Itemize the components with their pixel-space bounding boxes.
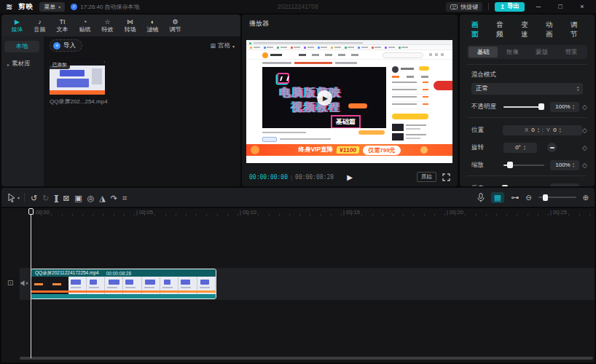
media-content: + 导入 ⊞ 宫格 ▾ 已添加 QQ录屏202...254.mp4 <box>44 36 240 186</box>
select-tool-icon[interactable] <box>7 193 16 202</box>
export-label: 导出 <box>507 2 519 11</box>
split-icon[interactable]: ][ <box>54 194 58 202</box>
media-tab-label: 贴纸 <box>79 26 91 33</box>
rotation-knob[interactable] <box>547 143 557 152</box>
opacity-slider[interactable] <box>503 106 544 108</box>
subtab-background[interactable]: 背景 <box>557 47 586 58</box>
keyframe-icon[interactable]: ◇ <box>582 103 587 111</box>
media-sidebar: 本地 ▸ 素材库 <box>1 36 44 186</box>
minimize-button[interactable]: ─ <box>530 3 546 10</box>
blend-mode-select[interactable]: 正常 ▴▾ <box>471 83 583 95</box>
video-title-line2: 视频教程 <box>291 100 341 114</box>
reverse-icon[interactable]: ◎ <box>87 194 95 202</box>
subtab-mask[interactable]: 蒙版 <box>528 47 557 58</box>
media-tab-label: 文本 <box>57 26 68 33</box>
cover-icon[interactable]: ⊡ <box>7 279 13 287</box>
menu-label: 菜单 <box>44 3 55 11</box>
media-tab-7[interactable]: ◐滤镜 <box>141 18 164 33</box>
ruler-tick <box>144 214 145 215</box>
media-tab-4[interactable]: ◔贴纸 <box>74 18 96 33</box>
horizontal-scrollbar[interactable] <box>20 357 593 360</box>
stepper-icon[interactable]: ▴▾ <box>573 104 574 109</box>
subtab-basic[interactable]: 基础 <box>468 47 498 58</box>
media-tab-5[interactable]: ☆特效 <box>96 18 119 33</box>
smooth-skin-value[interactable]: 0 ▴▾ <box>550 183 579 187</box>
buy-button <box>392 114 428 119</box>
tab-picture[interactable]: 画面 <box>471 20 484 39</box>
tab-audio[interactable]: 音频 <box>496 20 509 39</box>
quality-button[interactable]: 原始 <box>417 172 436 182</box>
zoom-in-icon[interactable]: ⊕ <box>583 194 589 202</box>
keyframe-icon[interactable]: ◇ <box>582 162 587 169</box>
rotate-icon[interactable]: ↷ <box>111 194 117 202</box>
media-tab-1[interactable]: ▶媒体 <box>6 18 28 33</box>
mirror-icon[interactable]: ◮ <box>99 194 105 202</box>
media-item-thumbnail[interactable]: 已添加 <box>50 61 105 95</box>
playhead[interactable] <box>31 208 31 358</box>
freeze-frame-icon[interactable]: ▣ <box>74 194 82 202</box>
video-preview[interactable]: 电脑版剪映 视频教程 基础篇 ▶ 终身VIP直降 <box>246 40 452 163</box>
playhead-handle[interactable] <box>28 208 34 215</box>
maximize-button[interactable]: □ <box>552 3 568 10</box>
ruler-tick <box>568 214 569 215</box>
ruler-tick <box>124 214 125 215</box>
zoom-out-icon[interactable]: ⊖ <box>525 194 531 202</box>
site-search <box>383 52 423 58</box>
media-tab-8[interactable]: ⚙调节 <box>164 18 187 33</box>
time-separator: | <box>291 174 292 181</box>
scale-value[interactable]: 100% ▴▾ <box>550 160 579 170</box>
ruler-tick <box>248 214 248 215</box>
undo-icon[interactable]: ↺ <box>31 194 37 202</box>
delete-icon[interactable]: ⊠ <box>63 194 69 202</box>
scale-slider[interactable] <box>503 165 544 166</box>
crop-icon[interactable]: ⌗ <box>122 194 127 202</box>
author-name <box>401 68 414 70</box>
mute-track-icon[interactable] <box>20 280 28 287</box>
lesson-row <box>392 102 428 109</box>
grid-view-label: 宫格 <box>218 41 230 50</box>
timeline-clip[interactable]: QQ录屏20211224172254.mp4 00:00:08:28 <box>31 269 216 299</box>
subtab-keying[interactable]: 抠像 <box>498 47 527 58</box>
blend-mode-value: 正常 <box>476 84 488 93</box>
media-tab-2[interactable]: ♪音频 <box>28 18 51 33</box>
media-tab-3[interactable]: TI文本 <box>51 18 74 33</box>
chevron-down-icon[interactable]: ▾ <box>17 195 20 200</box>
tab-animation[interactable]: 动画 <box>546 20 558 39</box>
grid-icon: ⊞ <box>210 42 216 50</box>
ruler-tick <box>517 214 517 215</box>
divider <box>24 193 25 202</box>
sidebar-item-local[interactable]: 本地 <box>4 41 39 52</box>
export-button[interactable]: ↥ 导出 <box>495 2 525 12</box>
menu-button[interactable]: 菜单 ▾ <box>39 2 65 12</box>
opacity-value[interactable]: 100% ▴▾ <box>550 102 579 112</box>
record-audio-icon[interactable] <box>477 193 485 202</box>
rotation-input[interactable]: 0° ▴▾ <box>503 143 537 153</box>
import-button[interactable]: + 导入 <box>50 39 82 52</box>
position-xy-input[interactable]: X 0 ▴▾ | Y 0 ▴▾ <box>503 125 582 135</box>
orange-pill <box>348 103 367 108</box>
keyframe-icon[interactable]: ◇ <box>582 127 587 134</box>
bookmark-item <box>399 47 409 49</box>
tab-adjust[interactable]: 调节 <box>570 20 583 39</box>
inspector-panel: 画面 音频 变速 动画 调节 基础 抠像 蒙版 背景 混合模式 正常 ▴▾ 不透… <box>460 15 595 186</box>
title-bar: ≋ 剪映 菜单 ▾ ✓ 17:26:40 自动保存本地 202112241708… <box>0 0 596 13</box>
grid-view-toggle[interactable]: ⊞ 宫格 ▾ <box>210 41 235 50</box>
recommend-item <box>392 133 428 141</box>
timeline-ruler[interactable]: | 00:00| 00:05| 00:10| 00:15| 00:20| 00:… <box>1 208 595 217</box>
shortcuts-label: 快捷键 <box>460 3 478 11</box>
fullscreen-icon[interactable] <box>442 173 450 181</box>
ruler-tick <box>476 214 477 215</box>
play-button[interactable]: ▶ <box>347 173 353 181</box>
close-button[interactable]: × <box>574 3 590 10</box>
timeline-zoom-slider[interactable] <box>538 197 576 198</box>
rotation-label: 旋转 <box>471 143 503 152</box>
main-track-magnet-icon[interactable]: ▦ <box>491 192 504 203</box>
sidebar-item-library[interactable]: ▸ 素材库 <box>4 60 41 68</box>
media-tab-label: 滤镜 <box>147 26 159 33</box>
keyframe-icon[interactable]: ◇ <box>582 144 587 151</box>
shortcuts-button[interactable]: 快捷键 <box>446 2 482 12</box>
tab-speed[interactable]: 变速 <box>521 20 533 39</box>
autosave-status: ✓ 17:26:40 自动保存本地 <box>71 3 139 11</box>
media-tab-6[interactable]: ⋈转场 <box>119 18 141 33</box>
track-level-icon[interactable]: ⊶ <box>511 193 519 202</box>
